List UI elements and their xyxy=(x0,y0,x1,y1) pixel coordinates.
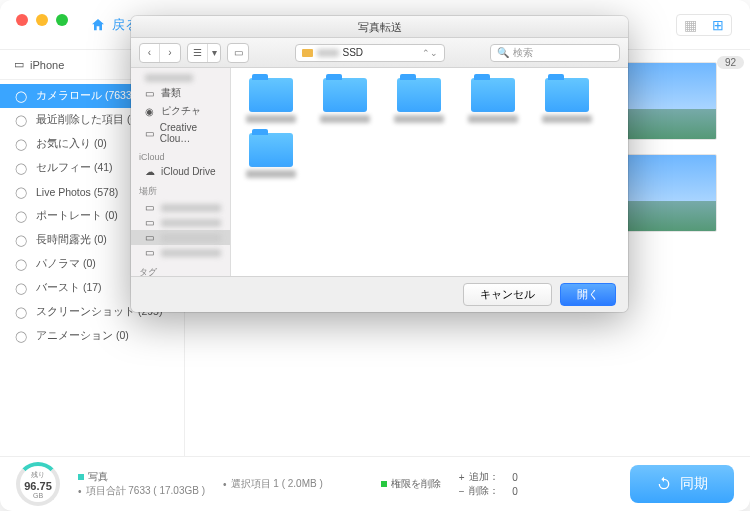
photos-label: 写真 xyxy=(88,470,108,484)
longexp-icon: ◯ xyxy=(14,233,28,247)
total-label: 項目合計 7633 ( 17.03GB ) xyxy=(86,484,206,498)
view-large-icon[interactable]: ▦ xyxy=(677,15,703,35)
sidebar-item-label: 長時間露光 (0) xyxy=(36,233,107,247)
photo-thumbnail[interactable] xyxy=(625,62,717,140)
open-button[interactable]: 開く xyxy=(560,283,616,306)
search-placeholder: 検索 xyxy=(513,46,533,60)
view-toggle[interactable]: ▦ ⊞ xyxy=(676,14,732,36)
view-grid-icon[interactable]: ⊞ xyxy=(705,15,731,35)
footer-photos-col: 写真 • 項目合計 7633 ( 17.03GB ) xyxy=(78,470,205,498)
view-mode-chevron-icon[interactable]: ▾ xyxy=(208,44,220,62)
sb-loc-4[interactable]: ▭ xyxy=(131,245,230,260)
folder-item[interactable] xyxy=(539,78,595,123)
sb-icloud-header: iCloud xyxy=(131,150,230,164)
folder-item[interactable] xyxy=(391,78,447,123)
nav-seg[interactable]: ‹ › xyxy=(139,43,181,63)
folder-label xyxy=(542,115,592,123)
folder-icon: ▭ xyxy=(145,128,155,139)
location-blur xyxy=(317,49,339,57)
folder-icon xyxy=(471,78,515,112)
finder-title: 写真転送 xyxy=(131,16,628,38)
location-name: SSD xyxy=(343,47,364,58)
folder-label xyxy=(468,115,518,123)
sb-loc-3[interactable]: ▭ xyxy=(131,230,230,245)
home-icon xyxy=(90,17,106,33)
drive-icon: ▭ xyxy=(145,232,156,243)
del-label: 削除： xyxy=(469,484,499,498)
sb-recent[interactable] xyxy=(131,72,230,84)
finder-dialog: 写真転送 ‹ › ☰ ▾ ▭ SSD ⌃⌄ 🔍 検索 ▭書類 ◉ピクチャ ▭Cr… xyxy=(131,16,628,312)
sync-label: 同期 xyxy=(680,475,708,493)
camera-icon: ◯ xyxy=(14,89,28,103)
selfie-icon: ◯ xyxy=(14,161,28,175)
folder-label xyxy=(246,170,296,178)
finder-sidebar: ▭書類 ◉ピクチャ ▭Creative Clou… iCloud ☁iCloud… xyxy=(131,68,231,276)
folder-item[interactable] xyxy=(243,133,299,178)
search-icon: 🔍 xyxy=(497,47,509,58)
camera-icon: ◉ xyxy=(145,106,156,117)
cancel-button[interactable]: キャンセル xyxy=(463,283,552,306)
sb-locations-header: 場所 xyxy=(131,183,230,200)
finder-footer: キャンセル 開く xyxy=(131,276,628,312)
folder-item[interactable] xyxy=(465,78,521,123)
footer-perm-col: 権限を削除 xyxy=(381,477,441,491)
sidebar-item-10[interactable]: ◯アニメーション (0) xyxy=(0,324,184,348)
screenshot-icon: ◯ xyxy=(14,305,28,319)
sidebar-item-label: お気に入り (0) xyxy=(36,137,107,151)
sb-icloud-drive[interactable]: ☁iCloud Drive xyxy=(131,164,230,179)
folder-item[interactable] xyxy=(317,78,373,123)
sync-button[interactable]: 同期 xyxy=(630,465,734,503)
pano-icon: ◯ xyxy=(14,257,28,271)
perm-label: 権限を削除 xyxy=(391,477,441,491)
sb-creative[interactable]: ▭Creative Clou… xyxy=(131,120,230,146)
group-icon[interactable]: ▭ xyxy=(228,44,248,62)
sb-loc-1[interactable]: ▭ xyxy=(131,200,230,215)
drive-icon: ▭ xyxy=(145,247,156,258)
nav-fwd-icon[interactable]: › xyxy=(160,44,180,62)
add-value: 0 xyxy=(512,472,518,483)
selection-label: 選択項目 1 ( 2.0MB ) xyxy=(231,477,323,491)
sidebar-item-label: カメラロール (7633) xyxy=(36,89,135,103)
device-label: iPhone xyxy=(30,59,64,71)
sidebar-item-label: アニメーション (0) xyxy=(36,329,129,343)
sb-pictures[interactable]: ◉ピクチャ xyxy=(131,102,230,120)
device-icon: ▭ xyxy=(14,58,24,71)
group-seg[interactable]: ▭ xyxy=(227,43,249,63)
ring-unit: GB xyxy=(33,492,43,499)
location-popup[interactable]: SSD ⌃⌄ xyxy=(295,44,445,62)
close-window-icon[interactable] xyxy=(16,14,28,26)
finder-toolbar: ‹ › ☰ ▾ ▭ SSD ⌃⌄ 🔍 検索 xyxy=(131,38,628,68)
folder-icon xyxy=(249,78,293,112)
nav-back-icon[interactable]: ‹ xyxy=(140,44,160,62)
folder-icon xyxy=(323,78,367,112)
minimize-window-icon[interactable] xyxy=(36,14,48,26)
view-seg[interactable]: ☰ ▾ xyxy=(187,43,221,63)
sb-documents[interactable]: ▭書類 xyxy=(131,84,230,102)
sb-loc-2[interactable]: ▭ xyxy=(131,215,230,230)
portrait-icon: ◯ xyxy=(14,209,28,223)
search-field[interactable]: 🔍 検索 xyxy=(490,44,620,62)
app-footer: 残り 96.75 GB 写真 • 項目合計 7633 ( 17.03GB ) •… xyxy=(0,456,750,511)
folder-item[interactable] xyxy=(243,78,299,123)
heart-icon: ◯ xyxy=(14,137,28,151)
ring-value: 96.75 xyxy=(24,480,52,492)
folder-icon xyxy=(249,133,293,167)
add-label: 追加： xyxy=(469,470,499,484)
chevron-updown-icon: ⌃⌄ xyxy=(422,48,438,58)
cloud-icon: ☁ xyxy=(145,166,156,177)
sync-icon xyxy=(656,476,672,492)
storage-ring: 残り 96.75 GB xyxy=(16,462,60,506)
anim-icon: ◯ xyxy=(14,329,28,343)
view-mode-icon[interactable]: ☰ xyxy=(188,44,208,62)
folder-label xyxy=(394,115,444,123)
sb-tags-header: タグ xyxy=(131,264,230,276)
window-controls xyxy=(16,14,68,26)
sidebar-item-label: バースト (17) xyxy=(36,281,102,295)
sidebar-item-label: パノラマ (0) xyxy=(36,257,96,271)
drive-icon: ▭ xyxy=(145,217,156,228)
sidebar-item-label: 最近削除した項目 (0) xyxy=(36,113,140,127)
burst-icon: ◯ xyxy=(14,281,28,295)
zoom-window-icon[interactable] xyxy=(56,14,68,26)
folder-icon: ▭ xyxy=(145,88,156,99)
photo-thumbnail[interactable] xyxy=(625,154,717,232)
